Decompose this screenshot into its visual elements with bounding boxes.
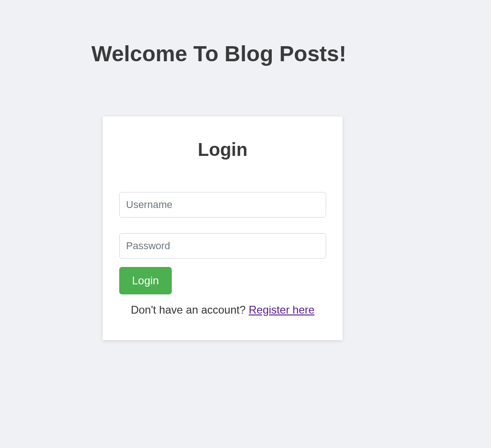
register-prompt: Don't have an account? — [131, 304, 248, 316]
login-button[interactable]: Login — [119, 267, 172, 294]
login-card: Login Login Don't have an account? Regis… — [103, 117, 343, 340]
register-prompt-text: Don't have an account? Register here — [119, 300, 326, 320]
username-input[interactable] — [119, 192, 326, 218]
register-link[interactable]: Register here — [249, 304, 315, 316]
login-title: Login — [119, 139, 326, 160]
page-title: Welcome To Blog Posts! — [91, 41, 491, 66]
password-input[interactable] — [119, 233, 326, 259]
